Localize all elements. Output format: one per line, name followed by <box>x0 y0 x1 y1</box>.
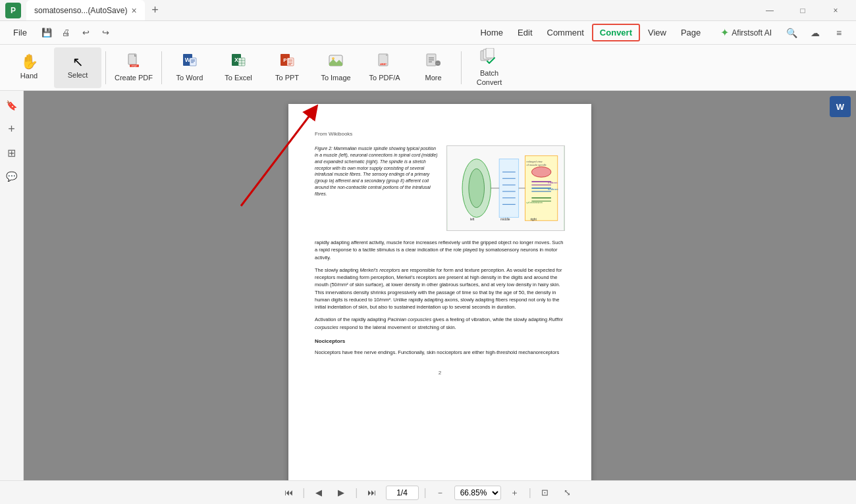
svg-text:right: right <box>530 218 537 221</box>
toolbar-divider-2 <box>161 51 162 84</box>
main-area: 🔖 + ⊞ 💬 W From Wikibooks <box>0 91 856 480</box>
nociceptors-text: Nociceptors have free nerve endings. Fun… <box>315 349 565 356</box>
nav-items: Home Edit Comment Convert View Page <box>473 24 707 41</box>
close-tab-button[interactable]: × <box>131 5 136 16</box>
print-button[interactable]: 🖨 <box>57 24 76 42</box>
to-excel-icon: X <box>230 53 246 71</box>
afirstsoft-icon: ✦ <box>720 26 729 39</box>
to-ppt-label: To PPT <box>275 74 299 82</box>
bottom-toolbar: ⏮ | ◀ ▶ | ⏭ | － 66.85% 50% 75% 100% 125%… <box>0 480 856 504</box>
cloud-button[interactable]: ☁ <box>806 24 824 42</box>
active-tab[interactable]: somatosenso...(AutoSave) × <box>26 0 145 20</box>
batch-convert-tool[interactable]: Batch Convert <box>466 47 513 88</box>
search-button[interactable]: 🔍 <box>782 24 801 42</box>
nav-view[interactable]: View <box>641 25 673 40</box>
titlebar: P somatosenso...(AutoSave) × + — □ × <box>0 0 856 21</box>
page-input[interactable] <box>386 486 419 500</box>
sidebar-comment-icon[interactable]: 💬 <box>3 167 21 186</box>
select-label: Select <box>68 71 88 80</box>
to-excel-tool[interactable]: X To Excel <box>215 47 262 88</box>
afirstsoft-ai-button[interactable]: ✦ Afirstsoft AI <box>715 24 777 41</box>
new-tab-button[interactable]: + <box>147 3 163 18</box>
paragraph-1: rapidly adapting afferent activity, musc… <box>315 239 565 261</box>
from-wikibooks: From Wikibooks <box>315 130 565 138</box>
nav-home[interactable]: Home <box>473 25 510 40</box>
next-page-button[interactable]: ▶ <box>333 484 350 501</box>
last-page-button[interactable]: ⏭ <box>363 484 381 501</box>
figure-section: Figure 2: Mammalian muscle spindle showi… <box>315 145 565 231</box>
to-image-tool[interactable]: To Image <box>312 47 360 88</box>
to-pdf-a-label: To PDF/A <box>369 74 400 82</box>
word-float-button[interactable]: W <box>830 96 851 117</box>
svg-text:left: left <box>470 218 475 221</box>
maximize-button[interactable]: □ <box>788 0 818 21</box>
sidebar-add-icon[interactable]: + <box>3 120 21 138</box>
separator-3: | <box>424 487 427 499</box>
more-tool[interactable]: ··· More <box>410 47 457 88</box>
ruffini-italic: Ruffini corpuscles <box>315 316 563 330</box>
create-pdf-tool[interactable]: PDF Create PDF <box>110 47 157 88</box>
app-logo: P <box>5 3 21 18</box>
close-window-button[interactable]: × <box>820 0 851 21</box>
svg-text:···: ··· <box>436 61 439 65</box>
nav-edit[interactable]: Edit <box>511 25 539 40</box>
select-icon: ↖ <box>72 55 84 68</box>
menubar-right: ✦ Afirstsoft AI 🔍 ☁ ≡ <box>715 24 848 42</box>
settings-button[interactable]: ≡ <box>830 24 848 42</box>
right-float-panel: W <box>830 96 851 117</box>
nav-convert[interactable]: Convert <box>592 24 640 41</box>
nav-page[interactable]: Page <box>674 25 707 40</box>
svg-text:Ia afferent: Ia afferent <box>548 188 558 191</box>
svg-rect-7 <box>190 58 196 66</box>
more-icon: ··· <box>425 53 441 71</box>
more-label: More <box>425 74 441 82</box>
to-ppt-icon: P <box>279 53 295 71</box>
left-sidebar: 🔖 + ⊞ 💬 <box>0 91 24 480</box>
hand-tool[interactable]: ✋ Hand <box>5 47 53 88</box>
svg-rect-38 <box>486 48 494 58</box>
convert-toolbar: ✋ Hand ↖ Select PDF Create PDF W <box>0 45 856 91</box>
minimize-button[interactable]: — <box>755 0 785 21</box>
to-ppt-tool[interactable]: P To PPT <box>263 47 311 88</box>
toolbar-divider-1 <box>105 51 106 84</box>
first-page-button[interactable]: ⏮ <box>280 484 297 501</box>
pacinian-italic: Pacinian corpuscles <box>388 316 432 322</box>
file-menu[interactable]: File <box>8 25 32 40</box>
svg-text:II afferent: II afferent <box>548 182 558 184</box>
batch-convert-label: Batch Convert <box>468 69 510 86</box>
undo-button[interactable]: ↩ <box>77 24 95 42</box>
page-number: 2 <box>315 369 565 376</box>
tab-title: somatosenso...(AutoSave) <box>34 6 127 15</box>
sidebar-bookmark-icon[interactable]: 🔖 <box>3 96 21 114</box>
separator-4: | <box>529 487 531 499</box>
to-pdf-a-icon: PDF/A <box>377 53 392 71</box>
svg-rect-44 <box>499 159 519 218</box>
window-controls: — □ × <box>755 0 851 21</box>
svg-point-52 <box>531 167 551 178</box>
svg-marker-29 <box>386 54 388 56</box>
nav-comment[interactable]: Comment <box>541 25 591 40</box>
paragraph-3: Activation of the rapidly adapting Pacin… <box>315 316 565 331</box>
zoom-select[interactable]: 66.85% 50% 75% 100% 125% 150% <box>454 486 501 500</box>
svg-text:P: P <box>283 57 287 63</box>
menubar: File 💾 🖨 ↩ ↪ Home Edit Comment Convert V… <box>0 21 856 45</box>
to-image-label: To Image <box>321 74 350 82</box>
content-area: W From Wikibooks Figure 2: Mammalian mus… <box>24 91 856 480</box>
select-tool[interactable]: ↖ Select <box>54 47 101 88</box>
prev-page-button[interactable]: ◀ <box>310 484 327 501</box>
zoom-out-button[interactable]: － <box>432 484 449 501</box>
zoom-in-button[interactable]: ＋ <box>506 484 523 501</box>
to-image-icon <box>328 53 344 71</box>
batch-convert-icon <box>480 48 498 66</box>
separator-1: | <box>302 487 305 499</box>
save-button[interactable]: 💾 <box>38 24 56 42</box>
to-word-icon: W <box>182 53 198 71</box>
to-word-label: To Word <box>176 74 203 82</box>
to-pdf-a-tool[interactable]: PDF/A To PDF/A <box>361 47 408 88</box>
redo-button[interactable]: ↪ <box>97 24 115 42</box>
expand-button[interactable]: ⤡ <box>559 484 576 501</box>
fit-page-button[interactable]: ⊡ <box>537 484 554 501</box>
sidebar-thumbnail-icon[interactable]: ⊞ <box>3 143 21 162</box>
svg-point-43 <box>469 169 485 208</box>
to-word-tool[interactable]: W To Word <box>166 47 213 88</box>
